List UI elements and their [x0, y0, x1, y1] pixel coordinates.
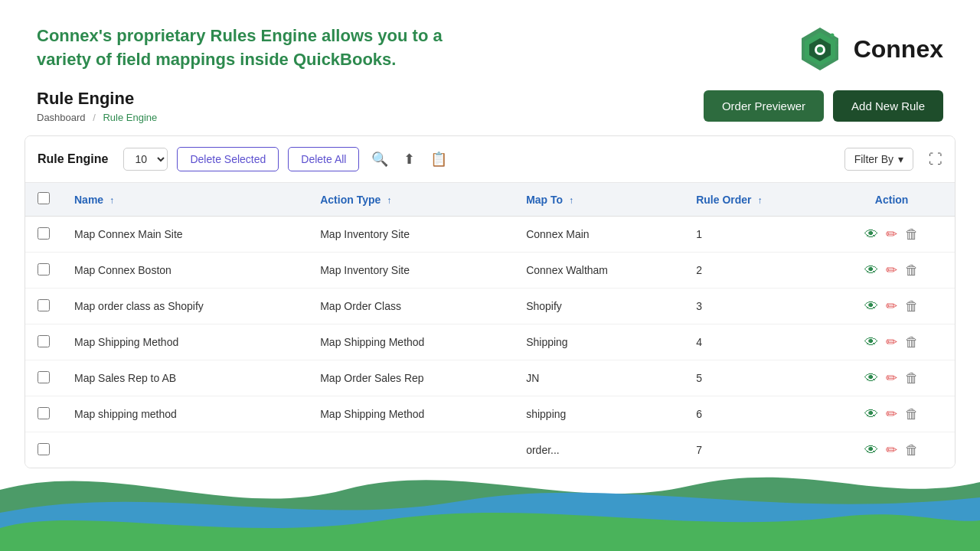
delete-icon-3[interactable]: 🗑 [905, 334, 919, 350]
row-rule-order-5: 6 [684, 396, 828, 432]
svg-point-5 [830, 34, 834, 37]
table-container: Rule Engine 10 25 50 Delete Selected Del… [24, 135, 956, 468]
row-name-2: Map order class as Shopify [62, 289, 308, 324]
row-checkbox-cell [25, 289, 62, 324]
svg-point-6 [834, 39, 836, 41]
view-icon-1[interactable]: 👁 [864, 262, 878, 279]
row-action-type-2: Map Order Class [308, 289, 514, 324]
edit-icon-2[interactable]: ✏ [886, 298, 897, 315]
row-rule-order-4: 5 [684, 360, 828, 396]
row-action-type-4: Map Order Sales Rep [308, 360, 514, 396]
view-icon-2[interactable]: 👁 [864, 298, 878, 315]
delete-icon-6[interactable]: 🗑 [905, 442, 919, 458]
connex-logo-icon [795, 24, 844, 73]
view-icon-6[interactable]: 👁 [864, 442, 878, 458]
view-icon-3[interactable]: 👁 [864, 334, 878, 350]
table-toolbar-title: Rule Engine [38, 152, 108, 166]
table-row: Map Shipping Method Map Shipping Method … [25, 324, 955, 360]
row-action-cell-5: 👁 ✏ 🗑 [828, 396, 955, 432]
page-title-left: Rule Engine Dashboard / Rule Engine [37, 89, 157, 123]
row-name-5: Map shipping method [62, 396, 308, 432]
select-all-checkbox[interactable] [38, 192, 50, 204]
col-header-action: Action [828, 183, 955, 217]
delete-icon-1[interactable]: 🗑 [905, 262, 919, 279]
view-icon-0[interactable]: 👁 [864, 227, 878, 243]
document-icon[interactable]: 📋 [427, 148, 450, 171]
add-new-rule-button[interactable]: Add New Rule [833, 90, 943, 122]
row-checkbox-cell [25, 432, 62, 468]
edit-icon-0[interactable]: ✏ [886, 226, 897, 243]
breadcrumb-current: Rule Engine [103, 112, 157, 123]
row-rule-order-0: 1 [684, 217, 828, 253]
delete-icon-2[interactable]: 🗑 [905, 298, 919, 315]
row-map-to-1: Connex Waltham [514, 253, 684, 289]
row-checkbox-1[interactable] [38, 263, 50, 276]
row-checkbox-cell [25, 253, 62, 289]
breadcrumb-dashboard[interactable]: Dashboard [37, 112, 86, 123]
row-name-0: Map Connex Main Site [62, 217, 308, 253]
expand-icon[interactable]: ⛶ [929, 152, 942, 168]
col-header-action-type[interactable]: Action Type ↑ [308, 183, 514, 217]
chevron-down-icon: ▾ [898, 153, 903, 165]
col-map-to-label: Map To [526, 194, 563, 206]
row-rule-order-3: 4 [684, 324, 828, 360]
col-header-rule-order[interactable]: Rule Order ↑ [684, 183, 828, 217]
upload-icon[interactable]: ⬆ [400, 148, 418, 171]
delete-icon-4[interactable]: 🗑 [905, 370, 919, 386]
edit-icon-4[interactable]: ✏ [886, 370, 897, 386]
row-name-4: Map Sales Rep to AB [62, 360, 308, 396]
row-action-cell-0: 👁 ✏ 🗑 [828, 217, 955, 253]
col-rule-order-label: Rule Order [696, 194, 751, 206]
delete-all-button[interactable]: Delete All [288, 147, 359, 171]
col-action-label: Action [875, 194, 909, 206]
order-previewer-button[interactable]: Order Previewer [704, 90, 824, 122]
svg-point-7 [837, 44, 838, 46]
edit-icon-6[interactable]: ✏ [886, 442, 897, 458]
header-tagline: Connex's proprietary Rules Engine allows… [37, 24, 466, 72]
rows-per-page-select[interactable]: 10 25 50 [123, 148, 168, 171]
row-checkbox-5[interactable] [38, 407, 50, 419]
table-row: Map Sales Rep to AB Map Order Sales Rep … [25, 360, 955, 396]
delete-icon-5[interactable]: 🗑 [905, 406, 919, 422]
col-header-map-to[interactable]: Map To ↑ [514, 183, 684, 217]
table-header-row: Name ↑ Action Type ↑ Map To ↑ Rule Order… [25, 183, 955, 217]
delete-icon-0[interactable]: 🗑 [905, 227, 919, 243]
header: Connex's proprietary Rules Engine allows… [0, 0, 980, 89]
edit-icon-1[interactable]: ✏ [886, 262, 897, 279]
row-action-type-6 [308, 432, 514, 468]
edit-icon-3[interactable]: ✏ [886, 334, 897, 350]
edit-icon-5[interactable]: ✏ [886, 406, 897, 422]
view-icon-5[interactable]: 👁 [864, 406, 878, 422]
logo-text: Connex [854, 35, 943, 64]
table-row: Map Connex Main Site Map Inventory Site … [25, 217, 955, 253]
row-name-6 [62, 432, 308, 468]
breadcrumb-separator: / [93, 112, 96, 123]
row-action-type-3: Map Shipping Method [308, 324, 514, 360]
col-header-name[interactable]: Name ↑ [62, 183, 308, 217]
table-row: Map Connex Boston Map Inventory Site Con… [25, 253, 955, 289]
row-checkbox-0[interactable] [38, 227, 50, 240]
view-icon-4[interactable]: 👁 [864, 370, 878, 386]
row-checkbox-cell [25, 324, 62, 360]
row-checkbox-cell [25, 217, 62, 253]
col-name-sort-icon: ↑ [109, 195, 114, 206]
filter-by-button[interactable]: Filter By ▾ [844, 148, 913, 171]
rules-table: Name ↑ Action Type ↑ Map To ↑ Rule Order… [25, 183, 955, 468]
delete-selected-button[interactable]: Delete Selected [177, 147, 279, 171]
header-checkbox-cell [25, 183, 62, 217]
row-rule-order-1: 2 [684, 253, 828, 289]
row-checkbox-4[interactable] [38, 371, 50, 383]
svg-point-4 [817, 47, 823, 53]
row-action-cell-4: 👁 ✏ 🗑 [828, 360, 955, 396]
row-action-type-5: Map Shipping Method [308, 396, 514, 432]
row-checkbox-3[interactable] [38, 335, 50, 347]
row-checkbox-6[interactable] [38, 443, 50, 455]
row-map-to-3: Shipping [514, 324, 684, 360]
row-checkbox-cell [25, 396, 62, 432]
search-icon[interactable]: 🔍 [368, 148, 391, 171]
col-rule-order-sort-icon: ↑ [757, 195, 762, 206]
row-checkbox-2[interactable] [38, 299, 50, 311]
page-title-buttons: Order Previewer Add New Rule [704, 90, 943, 122]
table-row: Map shipping method Map Shipping Method … [25, 396, 955, 432]
row-action-type-1: Map Inventory Site [308, 253, 514, 289]
